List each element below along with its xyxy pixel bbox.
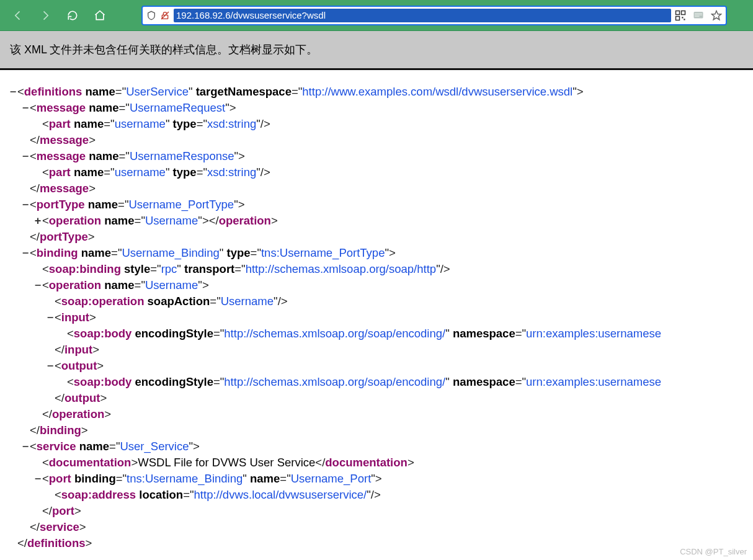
insecure-lock-icon — [160, 11, 170, 20]
xml-line: −<operation name="Username"> — [9, 277, 753, 293]
xml-content: <documentation>WSDL File for DVWS User S… — [42, 455, 414, 471]
banner-text: 该 XML 文件并未包含任何关联的样式信息。文档树显示如下。 — [10, 43, 318, 56]
collapse-toggle[interactable]: − — [46, 309, 55, 326]
svg-rect-3 — [682, 11, 685, 14]
collapse-toggle[interactable]: − — [21, 197, 30, 213]
xml-content: <operation name="Username"></operation> — [42, 213, 278, 229]
xml-line: <part name="username" type="xsd:string"/… — [9, 116, 753, 132]
xml-line: </portType> — [9, 229, 753, 245]
xml-content: <operation name="Username"> — [42, 277, 209, 293]
xml-content: <portType name="Username_PortType"> — [30, 197, 245, 213]
svg-rect-6 — [684, 19, 685, 20]
xml-content: <message name="UsernameResponse"> — [30, 148, 245, 164]
xml-line: </service> — [9, 519, 753, 535]
collapse-toggle[interactable]: − — [46, 358, 55, 374]
xml-content: <soap:operation soapAction="Username"/> — [55, 293, 288, 309]
xml-content: <input> — [55, 309, 96, 326]
xml-line: </operation> — [9, 406, 753, 422]
xml-line: </message> — [9, 132, 753, 148]
xml-line: <soap:body encodingStyle="http://schemas… — [9, 374, 753, 390]
xml-content: </operation> — [42, 406, 111, 422]
xml-line: −<service name="User_Service"> — [9, 438, 753, 455]
xml-line: </input> — [9, 342, 753, 358]
xml-line: −<output> — [9, 358, 753, 374]
bookmark-star-icon[interactable] — [711, 10, 722, 21]
xml-line: </message> — [9, 180, 753, 197]
xml-line: <soap:body encodingStyle="http://schemas… — [9, 326, 753, 342]
xml-content: <part name="username" type="xsd:string"/… — [42, 116, 270, 132]
xml-line: −<input> — [9, 309, 753, 326]
collapse-toggle[interactable]: − — [33, 471, 42, 487]
xml-line: −<portType name="Username_PortType"> — [9, 197, 753, 213]
svg-rect-9 — [695, 14, 702, 15]
qr-icon[interactable] — [675, 10, 686, 21]
xml-content: </service> — [30, 519, 86, 535]
xml-content: <part name="username" type="xsd:string"/… — [42, 164, 270, 180]
xml-line: </definitions> — [9, 535, 753, 551]
url-text[interactable]: 192.168.92.6/dvwsuserservice?wsdl — [174, 9, 671, 22]
collapse-toggle[interactable]: − — [21, 438, 30, 455]
svg-marker-11 — [712, 11, 721, 19]
svg-rect-2 — [676, 11, 680, 14]
xml-line: −<binding name="Username_Binding" type="… — [9, 245, 753, 261]
svg-rect-5 — [682, 17, 683, 18]
xml-content: </port> — [42, 503, 81, 519]
xml-line: <part name="username" type="xsd:string"/… — [9, 164, 753, 180]
svg-rect-4 — [676, 16, 680, 20]
svg-rect-8 — [695, 13, 702, 14]
collapse-toggle[interactable]: − — [9, 84, 17, 100]
xml-content: </portType> — [30, 229, 95, 245]
home-button[interactable] — [89, 5, 110, 26]
expand-toggle[interactable]: + — [33, 213, 42, 229]
xml-line: </output> — [9, 390, 753, 406]
xml-line: −<port binding="tns:Username_Binding" na… — [9, 471, 753, 487]
xml-content: <soap:address location="http://dvws.loca… — [55, 487, 381, 503]
xml-line: </port> — [9, 503, 753, 519]
xml-info-banner: 该 XML 文件并未包含任何关联的样式信息。文档树显示如下。 — [0, 31, 753, 70]
collapse-toggle[interactable]: − — [21, 148, 30, 164]
xml-content: <port binding="tns:Username_Binding" nam… — [42, 471, 382, 487]
xml-content: <soap:binding style="rpc" transport="htt… — [42, 261, 450, 277]
xml-content: <message name="UsernameRequest"> — [30, 100, 236, 116]
back-button[interactable] — [7, 5, 29, 26]
collapse-toggle[interactable]: − — [33, 277, 42, 293]
xml-line: −<message name="UsernameResponse"> — [9, 148, 753, 164]
xml-content: <binding name="Username_Binding" type="t… — [30, 245, 396, 261]
xml-line: −<definitions name="UserService" targetN… — [9, 84, 753, 100]
xml-line: +<operation name="Username"></operation> — [9, 213, 753, 229]
xml-line: <soap:binding style="rpc" transport="htt… — [9, 261, 753, 277]
xml-line: −<message name="UsernameRequest"> — [9, 100, 753, 116]
xml-line: <soap:address location="http://dvws.loca… — [9, 487, 753, 503]
shield-icon — [146, 11, 156, 20]
reader-icon[interactable] — [692, 10, 705, 21]
browser-toolbar: 192.168.92.6/dvwsuserservice?wsdl — [0, 0, 753, 31]
xml-line: <documentation>WSDL File for DVWS User S… — [9, 455, 753, 471]
xml-content: </binding> — [30, 422, 88, 438]
xml-content: <soap:body encodingStyle="http://schemas… — [67, 326, 661, 342]
collapse-toggle[interactable]: − — [21, 245, 30, 261]
xml-content: </message> — [30, 180, 96, 197]
address-bar[interactable]: 192.168.92.6/dvwsuserservice?wsdl — [141, 6, 727, 25]
forward-button[interactable] — [35, 5, 56, 26]
watermark: CSDN @PT_silver — [680, 547, 747, 556]
xml-content: <definitions name="UserService" targetNa… — [17, 84, 584, 100]
xml-line: <soap:operation soapAction="Username"/> — [9, 293, 753, 309]
reload-button[interactable] — [62, 5, 83, 26]
xml-content: </message> — [30, 132, 96, 148]
collapse-toggle[interactable]: − — [21, 100, 30, 116]
xml-line: </binding> — [9, 422, 753, 438]
xml-content: <service name="User_Service"> — [30, 438, 200, 455]
xml-content: </output> — [55, 390, 107, 406]
xml-content: </input> — [55, 342, 99, 358]
xml-content: </definitions> — [17, 535, 92, 551]
svg-rect-10 — [695, 16, 700, 16]
xml-content: <output> — [55, 358, 104, 374]
xml-content: <soap:body encodingStyle="http://schemas… — [67, 374, 661, 390]
xml-document-tree: −<definitions name="UserService" targetN… — [0, 70, 753, 560]
